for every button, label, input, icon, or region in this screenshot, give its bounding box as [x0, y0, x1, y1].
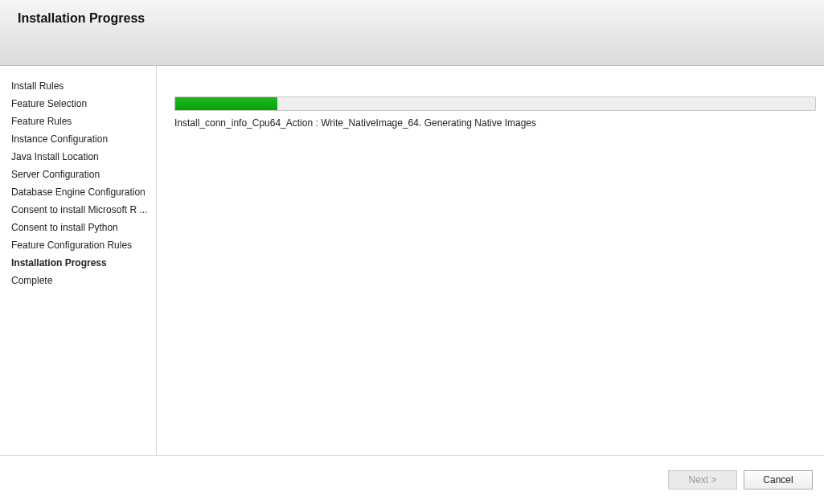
sidebar-item-feature-rules[interactable]: Feature Rules — [11, 113, 156, 130]
wizard-footer: Next > Cancel — [0, 455, 824, 504]
sidebar-item-server-configuration[interactable]: Server Configuration — [11, 166, 156, 183]
wizard-body: Install Rules Feature Selection Feature … — [0, 66, 824, 455]
sidebar-item-java-install-location[interactable]: Java Install Location — [11, 148, 156, 166]
sidebar-item-consent-python[interactable]: Consent to install Python — [11, 219, 156, 236]
next-button[interactable]: Next > — [668, 470, 737, 490]
sidebar-item-feature-configuration-rules[interactable]: Feature Configuration Rules — [11, 236, 156, 254]
wizard-main-panel: Install_conn_info_Cpu64_Action : Write_N… — [157, 66, 824, 455]
sidebar-item-feature-selection[interactable]: Feature Selection — [11, 95, 156, 113]
progress-status-text: Install_conn_info_Cpu64_Action : Write_N… — [174, 117, 816, 129]
sidebar-item-database-engine-configuration[interactable]: Database Engine Configuration — [11, 183, 156, 201]
wizard-header: Installation Progress — [0, 0, 824, 66]
sidebar-item-complete[interactable]: Complete — [11, 272, 156, 289]
page-title: Installation Progress — [18, 11, 806, 26]
sidebar-item-install-rules[interactable]: Install Rules — [11, 77, 156, 95]
sidebar-item-installation-progress[interactable]: Installation Progress — [11, 254, 156, 272]
progress-wrap: Install_conn_info_Cpu64_Action : Write_N… — [174, 96, 816, 129]
progress-bar — [174, 96, 816, 111]
progress-fill — [175, 97, 277, 110]
sidebar-item-instance-configuration[interactable]: Instance Configuration — [11, 130, 156, 148]
sidebar-item-consent-microsoft-r[interactable]: Consent to install Microsoft R ... — [11, 201, 156, 219]
wizard-steps-sidebar: Install Rules Feature Selection Feature … — [0, 66, 157, 455]
cancel-button[interactable]: Cancel — [744, 470, 813, 490]
